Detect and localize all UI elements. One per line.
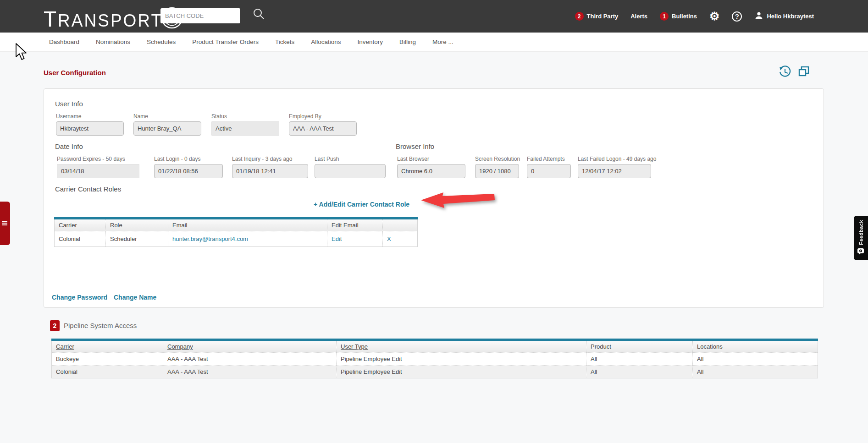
pipeline-header-row: Carrier Company User Type Product Locati… xyxy=(52,340,818,353)
field-status: Status xyxy=(211,113,279,136)
header-right-cluster: 2 Third Party Alerts 1 Bulletins ⚙ ? xyxy=(575,0,814,33)
employed-by-field xyxy=(289,121,357,136)
title-action-icons xyxy=(779,66,810,78)
username-label: Username xyxy=(56,113,124,120)
last-inquiry-field xyxy=(232,164,308,178)
field-last-failed-logon: Last Failed Logon - 49 days ago xyxy=(578,156,651,178)
ccr-remove-link[interactable]: X xyxy=(387,235,391,242)
bulletins-button[interactable]: 1 Bulletins xyxy=(660,12,697,21)
last-login-label: Last Login - 0 days xyxy=(154,156,223,162)
ccr-header-email: Email xyxy=(168,219,327,231)
ccr-header-edit-email: Edit Email xyxy=(327,219,383,231)
field-last-browser: Last Browser xyxy=(397,156,465,178)
alerts-label: Alerts xyxy=(630,13,647,20)
ccr-row: Colonial Scheduler hunter.bray@transport… xyxy=(55,231,418,247)
ccr-email-link[interactable]: hunter.bray@transport4.com xyxy=(172,235,248,242)
third-party-label: Third Party xyxy=(587,13,619,20)
ccr-cell-carrier: Colonial xyxy=(55,231,106,247)
nav-allocations[interactable]: Allocations xyxy=(311,38,341,45)
carrier-contact-roles-heading: Carrier Contact Roles xyxy=(55,185,121,193)
cell-user-type: Pipeline Employee Edit xyxy=(337,353,586,366)
cell-product: All xyxy=(586,366,693,378)
last-inquiry-label: Last Inquiry - 3 days ago xyxy=(232,156,308,162)
bulletins-label: Bulletins xyxy=(672,13,697,20)
last-login-field xyxy=(154,164,223,178)
hamburger-icon xyxy=(2,221,7,226)
copy-icon[interactable] xyxy=(798,66,810,78)
password-expires-field xyxy=(57,164,139,178)
change-password-link[interactable]: Change Password xyxy=(52,294,107,301)
last-push-label: Last Push xyxy=(315,156,386,162)
pipeline-header-product: Product xyxy=(586,340,693,353)
pipeline-row-colonial: Colonial AAA - AAA Test Pipeline Employe… xyxy=(52,366,818,378)
pipeline-header-user-type[interactable]: User Type xyxy=(341,343,368,350)
nav-inventory[interactable]: Inventory xyxy=(358,38,383,45)
user-icon xyxy=(754,11,763,22)
mouse-cursor xyxy=(15,43,28,61)
side-menu-tab[interactable] xyxy=(0,202,10,245)
failed-attempts-field xyxy=(527,164,571,178)
password-expires-label: Password Expires - 50 days xyxy=(57,156,139,162)
pipeline-access-table: Carrier Company User Type Product Locati… xyxy=(51,339,818,378)
field-name: Name xyxy=(133,113,201,136)
cell-company: AAA - AAA Test xyxy=(163,366,337,378)
search-icon[interactable] xyxy=(252,7,265,21)
logo-text: TTRANSPORTRANSPORT xyxy=(44,6,163,32)
field-last-push: Last Push xyxy=(315,156,386,178)
ccr-header-role: Role xyxy=(106,219,168,231)
cell-carrier: Colonial xyxy=(52,366,163,378)
pipeline-header-company[interactable]: Company xyxy=(167,343,193,350)
employed-by-label: Employed By xyxy=(289,113,357,120)
field-screen-resolution: Screen Resolution xyxy=(475,156,519,178)
cell-company: AAA - AAA Test xyxy=(163,353,337,366)
ccr-cell-role: Scheduler xyxy=(106,231,168,247)
screen-resolution-field xyxy=(475,164,519,178)
ccr-header-blank xyxy=(383,219,418,231)
name-label: Name xyxy=(133,113,201,120)
field-username: Username xyxy=(56,113,124,136)
field-failed-attempts: Failed Attempts xyxy=(527,156,571,178)
settings-gear-icon[interactable]: ⚙ xyxy=(709,11,719,22)
feedback-bubble-icon xyxy=(857,248,865,255)
nav-nominations[interactable]: Nominations xyxy=(96,38,130,45)
field-last-login: Last Login - 0 days xyxy=(154,156,223,178)
bulletins-count-badge: 1 xyxy=(660,12,669,21)
cell-user-type: Pipeline Employee Edit xyxy=(337,366,586,378)
nav-tickets[interactable]: Tickets xyxy=(275,38,294,45)
date-info-heading: Date Info xyxy=(55,142,83,150)
name-field xyxy=(133,121,201,136)
last-browser-field xyxy=(397,164,465,178)
pipeline-access-heading: Pipeline System Access xyxy=(64,322,137,329)
pipeline-row-buckeye: Buckeye AAA - AAA Test Pipeline Employee… xyxy=(52,353,818,366)
username-field xyxy=(56,121,124,136)
nav-product-transfer-orders[interactable]: Product Transfer Orders xyxy=(192,38,259,45)
main-nav: Dashboard Nominations Schedules Product … xyxy=(0,33,868,52)
batch-code-input[interactable] xyxy=(160,8,240,23)
screen-resolution-label: Screen Resolution xyxy=(475,156,519,162)
user-menu[interactable]: Hello Hkbraytest xyxy=(754,11,814,22)
change-name-link[interactable]: Change Name xyxy=(114,294,156,301)
nav-billing[interactable]: Billing xyxy=(399,38,416,45)
user-greeting: Hello Hkbraytest xyxy=(767,13,814,20)
user-config-card: User Info Username Name Status Employed … xyxy=(44,88,824,308)
nav-more[interactable]: More ... xyxy=(432,38,453,45)
nav-schedules[interactable]: Schedules xyxy=(147,38,176,45)
ccr-edit-link[interactable]: Edit xyxy=(332,235,342,242)
app-header: TTRANSPORTRANSPORT 4 2 Third Party xyxy=(0,0,868,33)
last-failed-logon-field xyxy=(578,164,651,178)
alerts-button[interactable]: Alerts xyxy=(630,13,647,20)
user-configuration-page: TTRANSPORTRANSPORT 4 2 Third Party xyxy=(0,0,868,443)
field-last-inquiry: Last Inquiry - 3 days ago xyxy=(232,156,308,178)
last-failed-logon-label: Last Failed Logon - 49 days ago xyxy=(578,156,651,162)
third-party-button[interactable]: 2 Third Party xyxy=(575,12,619,21)
help-icon[interactable]: ? xyxy=(732,11,742,22)
status-label: Status xyxy=(211,113,279,120)
carrier-contact-roles-table: Carrier Role Email Edit Email Colonial S… xyxy=(54,217,418,247)
add-edit-carrier-contact-role-link[interactable]: + Add/Edit Carrier Contact Role xyxy=(314,201,409,208)
ccr-header-row: Carrier Role Email Edit Email xyxy=(55,219,418,231)
pipeline-header-carrier[interactable]: Carrier xyxy=(56,343,74,350)
nav-dashboard[interactable]: Dashboard xyxy=(49,38,79,45)
history-icon[interactable] xyxy=(779,66,791,78)
feedback-tab[interactable]: Feedback xyxy=(854,216,868,260)
cell-product: All xyxy=(586,353,693,366)
